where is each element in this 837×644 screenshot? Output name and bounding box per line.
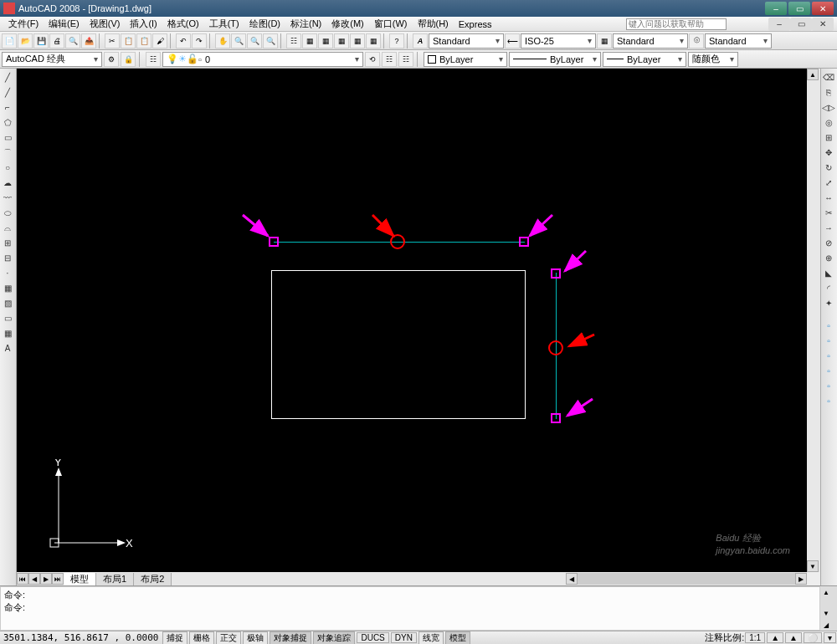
mirror-icon[interactable]: ◁▷ [821, 100, 836, 115]
mode-lwt[interactable]: 线宽 [418, 631, 444, 645]
workspace-select[interactable]: AutoCAD 经典 [2, 52, 102, 67]
mode-otrack[interactable]: 对象追踪 [313, 631, 355, 645]
paste-icon[interactable]: 📋 [136, 33, 151, 49]
mode-dyn[interactable]: DYN [391, 632, 417, 643]
layer-iso-icon[interactable]: ☷ [398, 52, 413, 67]
scroll-left-icon[interactable]: ◀ [566, 573, 578, 585]
menu-window[interactable]: 窗口(W) [369, 18, 413, 30]
mode-ducs[interactable]: DUCS [357, 632, 388, 643]
publish-icon[interactable]: 📤 [81, 33, 96, 49]
tool4-icon[interactable]: ▫ [821, 364, 836, 378]
zoom-prev-icon[interactable]: 🔍 [263, 33, 278, 49]
save-icon[interactable]: 💾 [33, 33, 49, 49]
arc-icon[interactable]: ⌒ [0, 146, 15, 160]
offset-icon[interactable]: ◎ [821, 115, 836, 130]
dimstyle-select[interactable]: ISO-25 [521, 33, 596, 49]
ellipsearc-icon[interactable]: ⌓ [0, 221, 15, 235]
menu-file[interactable]: 文件(F) [3, 18, 44, 30]
copy-obj-icon[interactable]: ⎘ [821, 85, 836, 100]
status-tray-icon[interactable]: ⚪ [804, 632, 822, 643]
zoom-rt-icon[interactable]: 🔍 [231, 33, 246, 49]
mode-polar[interactable]: 极轴 [243, 631, 268, 645]
midpoint-top[interactable] [390, 234, 405, 249]
grip-right-bottom[interactable] [551, 413, 561, 423]
tab-next-icon[interactable]: ▶ [40, 573, 52, 585]
tablestyle-select[interactable]: Standard [613, 33, 688, 49]
erase-icon[interactable]: ⌫ [821, 70, 836, 84]
menu-modify[interactable]: 修改(M) [326, 18, 369, 30]
tab-last-icon[interactable]: ⏭ [52, 573, 64, 585]
fillet-icon[interactable]: ◜ [821, 281, 836, 295]
table-icon[interactable]: ▦ [0, 326, 15, 340]
doc-restore-button[interactable]: ▭ [790, 18, 812, 31]
scroll-right-icon[interactable]: ▶ [795, 573, 807, 585]
tablestyle-icon[interactable]: ▦ [597, 33, 612, 49]
tool3-icon[interactable]: ▫ [821, 349, 836, 363]
mode-grid[interactable]: 栅格 [189, 631, 214, 645]
mode-snap[interactable]: 捕捉 [162, 631, 187, 645]
rectangle-icon[interactable]: ▭ [0, 130, 15, 145]
ellipse-icon[interactable]: ⬭ [0, 206, 15, 220]
cmd-resize-icon[interactable]: ◢ [820, 619, 832, 631]
menu-express[interactable]: Express [454, 19, 497, 29]
rotate-icon[interactable]: ↻ [821, 161, 836, 175]
drawing-canvas[interactable]: X Y Baidu 经验 jingyan.baidu.com [17, 69, 807, 572]
menu-dim[interactable]: 标注(N) [285, 18, 326, 30]
tool6-icon[interactable]: ▫ [821, 394, 836, 408]
minimize-button[interactable]: – [765, 2, 787, 15]
mode-osnap[interactable]: 对象捕捉 [270, 631, 311, 645]
annoscale-icon[interactable]: ▲ [767, 632, 783, 643]
props-icon[interactable]: ☷ [286, 33, 301, 49]
layer-props-icon[interactable]: ☷ [146, 52, 161, 67]
tool2-icon[interactable]: ▫ [821, 334, 836, 348]
textstyle-select[interactable]: Standard [429, 33, 504, 49]
layer-select[interactable]: 💡☀🔓▫ 0 [162, 52, 363, 67]
tab-model[interactable]: 模型 [64, 573, 96, 585]
revcloud-icon[interactable]: ☁ [0, 176, 15, 190]
tool5-icon[interactable]: ▫ [821, 379, 836, 393]
undo-icon[interactable]: ↶ [176, 33, 191, 49]
scale-icon[interactable]: ⤢ [821, 176, 836, 190]
layer-prev-icon[interactable]: ⟲ [365, 52, 380, 67]
help-input[interactable] [626, 18, 727, 30]
chamfer-icon[interactable]: ◣ [821, 266, 836, 280]
layer-state-icon[interactable]: ☷ [382, 52, 397, 67]
ws-settings-icon[interactable]: ⚙ [104, 52, 119, 67]
linetype-select[interactable]: ByLayer [509, 52, 601, 67]
tab-first-icon[interactable]: ⏮ [17, 573, 28, 585]
maximize-button[interactable]: ▭ [788, 2, 810, 15]
menu-tools[interactable]: 工具(T) [204, 18, 244, 30]
break-icon[interactable]: ⊘ [821, 236, 836, 250]
menu-format[interactable]: 格式(O) [162, 18, 204, 30]
new-icon[interactable]: 📄 [2, 33, 17, 49]
copy-icon[interactable]: 📋 [121, 33, 136, 49]
mtext-icon[interactable]: A [0, 341, 15, 355]
grip-top-right[interactable] [519, 237, 529, 247]
drawn-rectangle[interactable] [271, 270, 526, 419]
color-select[interactable]: ByLayer [424, 52, 507, 67]
mlstyle-icon[interactable]: ⦾ [689, 33, 704, 49]
stretch-icon[interactable]: ↔ [821, 191, 836, 205]
gradient-icon[interactable]: ▨ [0, 296, 15, 310]
hatch-icon[interactable]: ▦ [0, 281, 15, 295]
open-icon[interactable]: 📂 [18, 33, 33, 49]
preview-icon[interactable]: 🔍 [65, 33, 80, 49]
mode-model[interactable]: 模型 [445, 631, 470, 645]
point-icon[interactable]: · [0, 266, 15, 280]
mode-ortho[interactable]: 正交 [216, 631, 241, 645]
insert-icon[interactable]: ⊞ [0, 236, 15, 250]
ssm-icon[interactable]: ▦ [334, 33, 349, 49]
tab-prev-icon[interactable]: ◀ [28, 573, 40, 585]
line-icon[interactable]: ╱ [0, 70, 15, 84]
tool1-icon[interactable]: ▫ [821, 319, 836, 333]
circle-icon[interactable]: ○ [0, 161, 15, 175]
status-lock-icon[interactable]: ▾ [824, 632, 836, 643]
cut-icon[interactable]: ✂ [105, 33, 120, 49]
std-select[interactable]: Standard [705, 33, 772, 49]
tab-layout1[interactable]: 布局1 [96, 573, 134, 585]
menu-insert[interactable]: 插入(I) [125, 18, 162, 30]
scroll-up-icon[interactable]: ▲ [807, 69, 819, 80]
scale-value[interactable]: 1:1 [745, 632, 765, 643]
array-icon[interactable]: ⊞ [821, 130, 836, 145]
pline-icon[interactable]: ⌐ [0, 100, 15, 115]
